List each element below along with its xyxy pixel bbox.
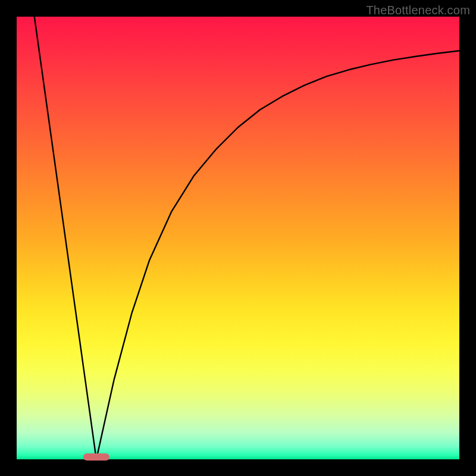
chart-frame: TheBottleneck.com — [0, 0, 476, 476]
plot-area — [17, 17, 459, 459]
bottleneck-curve — [17, 17, 459, 459]
optimum-marker — [83, 453, 110, 461]
watermark-text: TheBottleneck.com — [366, 4, 470, 17]
curve-path — [35, 17, 459, 459]
